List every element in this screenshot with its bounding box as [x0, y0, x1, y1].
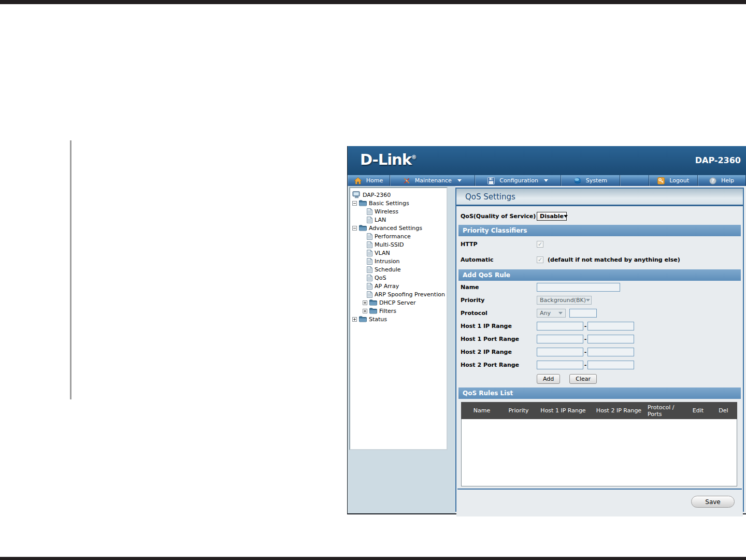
tools-icon — [403, 177, 410, 184]
protocol-select[interactable]: Any — [537, 309, 566, 318]
tree-item-label: Multi-SSID — [375, 241, 404, 248]
collapse-icon[interactable] — [352, 226, 357, 231]
priority-row: Priority Background(BK) — [456, 294, 743, 307]
menu-item-maintenance[interactable]: Maintenance — [390, 175, 475, 186]
menu-item-help[interactable]: ? Help — [698, 175, 746, 186]
expand-icon[interactable] — [363, 300, 367, 305]
menu-item-label: Logout — [669, 177, 689, 184]
dlink-admin-window: D-Link® DAP-2360 Home Maintenance Config… — [347, 146, 746, 514]
column-header-priority: Priority — [503, 407, 535, 414]
tree-item-intrusion[interactable]: Intrusion — [350, 257, 447, 265]
host2-port-start-input[interactable] — [537, 361, 583, 369]
host2-ip-end-input[interactable] — [587, 348, 634, 356]
host1-ip-start-input[interactable] — [537, 322, 583, 331]
host2-ip-start-input[interactable] — [537, 348, 583, 356]
chevron-down-icon — [586, 299, 590, 301]
expand-icon[interactable] — [352, 317, 357, 322]
folder-icon — [369, 299, 377, 306]
tree-item-basic-settings[interactable]: Basic Settings — [350, 199, 447, 207]
protocol-label: Protocol — [461, 310, 537, 317]
qos-settings-panel: QoS Settings QoS(Quality of Service) Dis… — [455, 188, 744, 512]
host1-ip-label: Host 1 IP Range — [461, 323, 537, 329]
collapse-icon[interactable] — [352, 201, 357, 206]
http-checkbox[interactable] — [537, 241, 543, 248]
add-rule-buttons: Add Clear — [456, 374, 743, 384]
page-icon — [367, 241, 372, 248]
tree-item-status[interactable]: Status — [350, 315, 447, 323]
tree-item-performance[interactable]: Performance — [350, 232, 447, 240]
chevron-down-icon — [558, 312, 563, 314]
priority-select[interactable]: Background(BK) — [537, 296, 592, 305]
tree-item-label: Filters — [379, 308, 396, 314]
tree-item-multi-ssid[interactable]: Multi-SSID — [350, 240, 447, 249]
menu-item-home[interactable]: Home — [348, 175, 390, 186]
range-dash: - — [583, 336, 587, 342]
main-content: QoS Settings QoS(Quality of Service) Dis… — [455, 186, 746, 513]
tree-item-dhcp-server[interactable]: DHCP Server — [350, 298, 447, 307]
menu-item-configuration[interactable]: Configuration — [475, 175, 562, 186]
folder-icon — [359, 316, 367, 322]
tree-item-filters[interactable]: Filters — [350, 307, 447, 315]
host1-port-label: Host 1 Port Range — [461, 336, 537, 342]
host1-ip-end-input[interactable] — [587, 322, 634, 331]
qos-rules-table: Name Priority Host 1 IP Range Host 2 IP … — [461, 402, 737, 486]
table-header-row: Name Priority Host 1 IP Range Host 2 IP … — [461, 402, 737, 419]
host1-port-row: Host 1 Port Range - — [456, 333, 743, 346]
registered-mark: ® — [411, 154, 417, 160]
clear-button[interactable]: Clear — [569, 374, 597, 384]
tree-item-dap-2360[interactable]: DAP-2360 — [350, 191, 447, 199]
name-row: Name — [456, 281, 743, 294]
host2-port-end-input[interactable] — [587, 361, 634, 369]
range-dash: - — [583, 323, 587, 329]
menu-item-label: Maintenance — [415, 177, 452, 184]
priority-label: Priority — [461, 297, 537, 304]
device-model-title: DAP-2360 — [695, 155, 741, 165]
tree-item-label: Wireless — [375, 208, 398, 215]
menu-item-label: Configuration — [499, 177, 538, 184]
tree-item-label: Intrusion — [375, 258, 400, 265]
help-icon: ? — [709, 177, 716, 184]
host2-ip-row: Host 2 IP Range - — [456, 346, 743, 358]
tree-item-lan[interactable]: LAN — [350, 216, 447, 224]
device-icon — [352, 191, 361, 198]
column-header-host1-ip-range: Host 1 IP Range — [535, 407, 592, 414]
column-header-protocol-ports: Protocol / Ports — [646, 404, 686, 418]
protocol-port-input[interactable] — [569, 309, 597, 318]
add-button[interactable]: Add — [537, 374, 560, 384]
menu-item-system[interactable]: System — [561, 175, 620, 186]
automatic-checkbox[interactable] — [537, 256, 543, 263]
name-input[interactable] — [537, 283, 620, 292]
tree-item-label: Performance — [375, 233, 411, 240]
expand-icon[interactable] — [363, 309, 367, 313]
tree-item-arp-spoofing-prevention[interactable]: ARP Spoofing Prevention — [350, 290, 447, 298]
column-header-edit: Edit — [686, 407, 710, 414]
save-area: Save — [456, 490, 743, 516]
section-header-qos-rules-list: QoS Rules List — [458, 387, 741, 399]
tree-item-ap-array[interactable]: AP Array — [350, 282, 447, 290]
menu-item-logout[interactable]: Logout — [649, 175, 698, 186]
tree-item-advanced-settings[interactable]: Advanced Settings — [350, 224, 447, 232]
tree-item-label: VLAN — [375, 250, 390, 256]
key-icon — [657, 177, 665, 184]
qos-label: QoS(Quality of Service) — [461, 213, 537, 220]
page-icon — [367, 283, 372, 290]
tree-item-vlan[interactable]: VLAN — [350, 249, 447, 257]
tree-item-wireless[interactable]: Wireless — [350, 207, 447, 216]
page-icon — [367, 266, 372, 273]
host1-port-end-input[interactable] — [587, 335, 634, 343]
navigation-tree: DAP-2360 Basic Settings Wireless — [349, 187, 448, 450]
section-header-add-qos-rule: Add QoS Rule — [458, 269, 741, 281]
http-label: HTTP — [461, 241, 537, 248]
folder-icon — [369, 308, 377, 314]
menu-item-label: System — [586, 177, 607, 184]
section-header-priority-classifiers: Priority Classifiers — [458, 225, 741, 236]
page-icon — [367, 233, 372, 240]
tree-item-schedule[interactable]: Schedule — [350, 265, 447, 274]
save-button[interactable]: Save — [691, 496, 735, 508]
tree-item-qos[interactable]: QoS — [350, 274, 447, 282]
qos-enable-select[interactable]: Disable — [537, 212, 567, 221]
host1-port-start-input[interactable] — [537, 335, 583, 343]
page-vertical-divider — [70, 140, 71, 399]
tree-item-label: QoS — [375, 275, 386, 281]
host1-ip-row: Host 1 IP Range - — [456, 320, 743, 333]
